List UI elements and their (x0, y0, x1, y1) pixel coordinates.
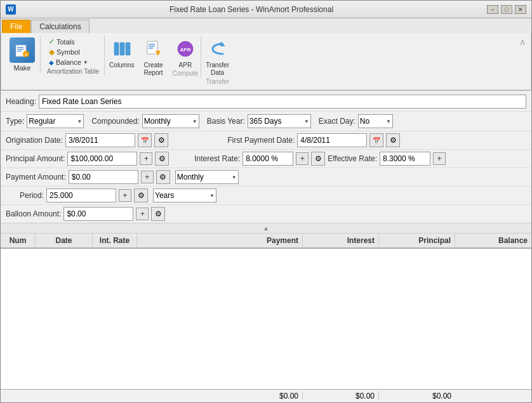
period-label: Period: (6, 191, 44, 200)
footer-interest-total: $0.00 (303, 392, 379, 400)
apr-label: APR (179, 62, 192, 69)
balloon-amount-input[interactable] (63, 207, 133, 221)
make-label: + (10, 37, 35, 63)
dates-row: Origination Date: 📅 ⚙ First Payment Date… (1, 131, 531, 150)
principal-plus-button[interactable]: + (140, 152, 152, 165)
period-unit-wrapper: Years Months (153, 188, 216, 202)
payment-frequency-wrapper: Monthly (175, 170, 239, 184)
svg-marker-16 (220, 41, 225, 46)
balance-dropdown-arrow: ▼ (83, 60, 88, 65)
origination-date-input[interactable] (65, 133, 135, 147)
exact-day-select-wrapper: No (358, 114, 393, 128)
payment-frequency-select[interactable]: Monthly (175, 170, 239, 184)
exact-day-select[interactable]: No (358, 114, 393, 128)
balance-icon: ◆ (49, 59, 54, 66)
payment-amount-label: Payment Amount: (6, 173, 66, 182)
col-header-int-rate: Int. Rate (93, 234, 137, 248)
transfer-data-button[interactable]: TransferData Transfer (203, 36, 232, 87)
principal-rate-row: Principal Amount: + ⚙ Interest Rate: + ⚙… (1, 150, 531, 168)
svg-rect-6 (114, 43, 119, 55)
compute-label: Compute (173, 70, 199, 77)
principal-gear-button[interactable]: ⚙ (155, 152, 169, 166)
create-report-label: CreateReport (144, 62, 163, 77)
period-plus-button[interactable]: + (119, 189, 131, 202)
close-button[interactable]: ✕ (515, 5, 526, 14)
tab-calculations[interactable]: Calculations (31, 20, 89, 33)
svg-text:+: + (25, 52, 28, 58)
first-payment-date-cal-button[interactable]: 📅 (369, 133, 383, 147)
footer-row: $0.00 $0.00 $0.00 (1, 389, 531, 402)
type-select-wrapper: Regular (27, 114, 84, 128)
make-button[interactable]: + Make (6, 36, 41, 74)
principal-amount-label: Principal Amount: (6, 154, 65, 163)
footer-payment-total: $0.00 (227, 392, 303, 400)
data-table: Num Date Int. Rate Payment Interest Prin… (1, 234, 531, 389)
col-header-principal: Principal (379, 234, 455, 248)
collapse-ribbon-button[interactable]: ∧ (519, 37, 526, 47)
table-body (1, 249, 531, 388)
compounded-label: Compounded: (91, 117, 139, 126)
origination-date-cal-button[interactable]: 📅 (138, 133, 152, 147)
payment-gear-button[interactable]: ⚙ (156, 170, 170, 184)
compounded-select[interactable]: Monthly (142, 114, 199, 128)
effective-rate-input[interactable] (380, 152, 430, 166)
title-bar-left: W (6, 4, 16, 15)
effective-rate-plus-button[interactable]: + (433, 152, 446, 165)
period-input[interactable] (46, 188, 116, 202)
type-row: Type: Regular Compounded: Monthly Basis … (1, 112, 531, 131)
payment-plus-button[interactable]: + (141, 171, 154, 183)
exact-day-label: Exact Day: (319, 117, 356, 126)
columns-button[interactable]: Columns (106, 36, 137, 70)
check-icon: ✓ (49, 37, 55, 46)
svg-rect-7 (120, 43, 124, 55)
svg-rect-10 (149, 44, 155, 45)
balloon-plus-button[interactable]: + (136, 208, 149, 220)
transfer-data-label: TransferData (206, 62, 229, 77)
heading-input[interactable] (39, 95, 526, 109)
first-payment-date-input[interactable] (297, 133, 367, 147)
first-payment-date-gear-button[interactable]: ⚙ (386, 133, 400, 147)
balloon-row: Balloon Amount: + ⚙ (1, 205, 531, 223)
svg-rect-3 (17, 51, 22, 52)
tab-bar: File Calculations (1, 18, 531, 33)
basis-year-select-wrapper: 365 Days (248, 114, 311, 128)
create-report-button[interactable]: CreateReport (139, 36, 168, 79)
tab-file[interactable]: File (2, 20, 30, 33)
basis-year-select[interactable]: 365 Days (248, 114, 311, 128)
maximize-button[interactable]: □ (501, 5, 512, 14)
footer-principal-total: $0.00 (379, 392, 455, 400)
heading-row: Heading: (1, 91, 531, 112)
apr-button[interactable]: APR APR Compute (170, 36, 202, 79)
origination-date-label: Origination Date: (6, 136, 63, 145)
heading-label: Heading: (6, 97, 36, 106)
svg-rect-2 (17, 49, 23, 50)
svg-rect-1 (17, 47, 23, 48)
collapse-indicator[interactable]: ▲ (1, 223, 531, 234)
svg-text:APR: APR (180, 47, 190, 53)
app-icon: W (6, 4, 16, 15)
col-header-balance: Balance (455, 234, 531, 248)
principal-amount-input[interactable] (67, 152, 137, 166)
col-header-date: Date (36, 234, 93, 248)
window-controls: – □ ✕ (487, 5, 526, 14)
type-select[interactable]: Regular (27, 114, 84, 128)
totals-button[interactable]: ✓ Totals (47, 37, 99, 46)
symbol-button[interactable]: ◆ Symbol (47, 47, 99, 57)
balance-button[interactable]: ◆ Balance ▼ (47, 58, 99, 67)
main-content: Heading: Type: Regular Compounded: Month… (1, 91, 531, 402)
payment-amount-input[interactable] (69, 170, 138, 184)
effective-rate-label: Effective Rate: (328, 154, 377, 163)
type-label: Type: (6, 117, 24, 126)
interest-rate-input[interactable] (243, 152, 293, 166)
period-gear-button[interactable]: ⚙ (134, 188, 148, 202)
origination-date-gear-button[interactable]: ⚙ (154, 133, 168, 147)
period-row: Period: + ⚙ Years Months (1, 187, 531, 205)
svg-rect-11 (149, 46, 155, 47)
interest-rate-gear-button[interactable]: ⚙ (311, 152, 325, 166)
interest-rate-plus-button[interactable]: + (296, 152, 309, 165)
basis-year-label: Basis Year: (207, 117, 245, 126)
interest-rate-label: Interest Rate: (194, 154, 240, 163)
balloon-gear-button[interactable]: ⚙ (151, 207, 165, 221)
minimize-button[interactable]: – (487, 5, 498, 14)
period-unit-select[interactable]: Years Months (153, 188, 216, 202)
